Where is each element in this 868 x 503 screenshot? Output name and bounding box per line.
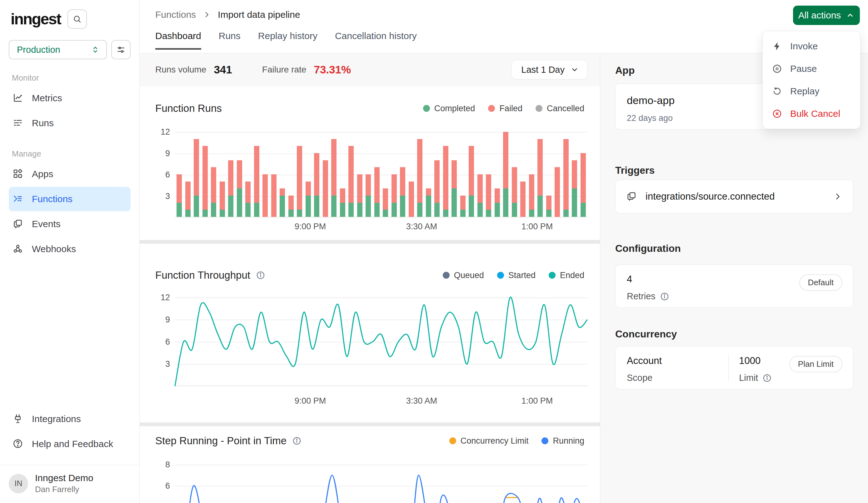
bar	[278, 132, 287, 217]
runs-volume-value: 341	[214, 63, 232, 76]
concurrency-limit-value: 1000	[739, 355, 772, 367]
sidebar-item-events[interactable]: Events	[9, 212, 131, 236]
bolt-icon	[772, 41, 782, 51]
menu-item-invoke[interactable]: Invoke	[763, 35, 860, 58]
tab-runs[interactable]: Runs	[219, 31, 240, 50]
sidebar-item-runs[interactable]: Runs	[9, 111, 131, 135]
bar	[484, 132, 493, 217]
webhooks-icon	[12, 243, 24, 255]
y-axis-tick: 12	[153, 127, 170, 137]
bar	[510, 132, 519, 217]
all-actions-button[interactable]: All actions	[793, 6, 860, 25]
bar	[321, 132, 330, 217]
info-icon[interactable]	[762, 373, 772, 383]
bar	[330, 132, 338, 217]
menu-item-label: Invoke	[790, 41, 818, 52]
functions-icon	[12, 193, 24, 205]
sliders-icon	[116, 45, 126, 54]
bar	[209, 132, 218, 217]
sidebar-item-apps[interactable]: Apps	[9, 162, 131, 186]
search-button[interactable]	[68, 9, 87, 29]
x-axis-tick: 3:30 AM	[406, 396, 437, 406]
y-axis-tick: 3	[153, 359, 170, 369]
step-running-title: Step Running - Point in Time	[155, 435, 301, 447]
bar	[355, 132, 364, 217]
bar	[476, 132, 485, 217]
legend-label: Running	[553, 436, 584, 446]
legend-label: Failed	[499, 104, 523, 113]
chevron-right-icon	[833, 192, 843, 201]
info-icon[interactable]	[256, 270, 265, 280]
concurrency-limit-label: Limit	[739, 373, 758, 383]
tab-cancellation-history[interactable]: Cancellation history	[335, 31, 417, 50]
sidebar-item-webhooks[interactable]: Webhooks	[9, 237, 131, 261]
sidebar-item-label: Metrics	[32, 93, 62, 103]
x-axis-tick: 9:00 PM	[294, 396, 326, 406]
menu-item-pause[interactable]: Pause	[763, 58, 860, 80]
time-range-dropdown[interactable]: Last 1 Day	[512, 60, 587, 79]
function-runs-chart: 12963	[175, 132, 587, 217]
chevron-up-icon	[846, 11, 855, 20]
y-axis-tick: 6	[153, 337, 170, 347]
step-running-chart: 864	[175, 464, 587, 503]
bar	[415, 132, 424, 217]
bar	[235, 132, 244, 217]
function-runs-section: Function Runs CompletedFailedCancelled 1…	[140, 86, 600, 240]
environment-selector[interactable]: Production	[9, 40, 107, 59]
menu-item-bulk-cancel[interactable]: Bulk Cancel	[763, 102, 860, 125]
configuration-section-title: Configuration	[615, 243, 681, 254]
breadcrumb: Functions Import data pipeline	[155, 9, 300, 20]
triggers-section-title: Triggers	[615, 165, 654, 176]
breadcrumb-current: Import data pipeline	[218, 9, 300, 20]
legend-item-started: Started	[497, 270, 536, 280]
breadcrumb-functions[interactable]: Functions	[155, 9, 196, 20]
legend-dot	[423, 105, 430, 112]
tab-replay-history[interactable]: Replay history	[258, 31, 318, 50]
retries-card: 4 Retries Default	[615, 265, 853, 308]
bar	[579, 132, 588, 217]
metrics-icon	[12, 92, 24, 104]
bar	[450, 132, 459, 217]
nav-section-monitor: Monitor	[12, 73, 131, 83]
sidebar-item-help-and-feedback[interactable]: Help and Feedback	[9, 432, 131, 456]
concurrency-scope-label: Scope	[627, 373, 652, 383]
bar	[570, 132, 579, 217]
legend-item-running: Running	[541, 436, 584, 446]
menu-item-replay[interactable]: Replay	[763, 80, 860, 102]
y-axis-tick: 9	[153, 148, 170, 158]
throughput-line	[175, 297, 587, 386]
step-running-section: Step Running - Point in Time Concurrency…	[140, 426, 600, 503]
legend-label: Completed	[434, 104, 475, 113]
events-icon	[12, 218, 24, 230]
environment-settings-button[interactable]	[111, 40, 131, 59]
sidebar-item-label: Integrations	[32, 414, 81, 424]
sidebar-item-label: Webhooks	[32, 244, 76, 254]
bar	[338, 132, 347, 217]
trigger-card[interactable]: integrations/source.connected	[615, 179, 853, 213]
sidebar-item-functions[interactable]: Functions	[9, 187, 131, 211]
legend-label: Concurrency Limit	[461, 436, 529, 446]
legend-dot	[541, 438, 548, 444]
bar	[184, 132, 193, 217]
sidebar-item-metrics[interactable]: Metrics	[9, 86, 131, 110]
bar	[201, 132, 210, 217]
step-running-line	[175, 464, 587, 503]
y-axis-tick: 9	[153, 315, 170, 325]
chevron-down-icon	[570, 65, 579, 74]
info-icon[interactable]	[292, 436, 301, 445]
bar	[252, 132, 261, 217]
user-menu[interactable]: IN Inngest Demo Dan Farrelly	[0, 465, 140, 503]
legend-dot	[488, 105, 495, 112]
bar	[270, 132, 278, 217]
bar	[312, 132, 321, 217]
function-throughput-section: Function Throughput QueuedStartedEnded 1…	[140, 244, 600, 422]
sidebar-footer: IntegrationsHelp and Feedback	[9, 407, 131, 457]
menu-item-label: Pause	[790, 63, 817, 74]
info-icon[interactable]	[660, 292, 669, 301]
sidebar-item-integrations[interactable]: Integrations	[9, 407, 131, 431]
sidebar-item-label: Help and Feedback	[32, 439, 113, 449]
tab-dashboard[interactable]: Dashboard	[155, 31, 201, 50]
x-axis-tick: 3:30 AM	[406, 222, 437, 232]
nav-section-manage: Manage	[12, 149, 131, 159]
chevron-up-down-icon	[91, 45, 100, 54]
